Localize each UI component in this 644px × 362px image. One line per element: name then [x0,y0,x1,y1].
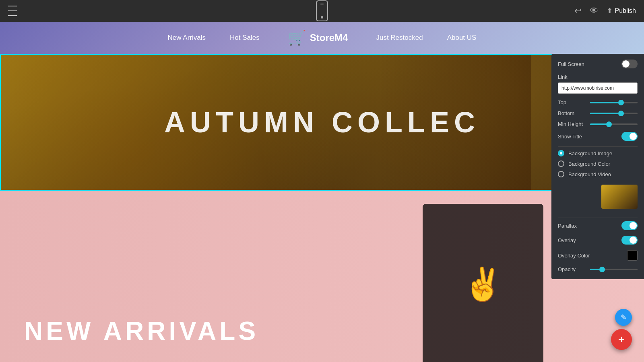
min-height-slider[interactable] [590,123,638,125]
overlay-color-row: Overlay Color [558,250,638,261]
upload-icon: ⬆ [607,6,613,15]
divider-1 [558,146,638,147]
nav-item-just-restocked[interactable]: Just Restocked [364,34,435,42]
opacity-slider-row: Opacity [558,266,638,272]
overlay-color-label: Overlay Color [558,253,590,259]
opacity-slider[interactable] [590,269,638,270]
hamburger-menu[interactable] [8,4,17,17]
bottom-slider[interactable] [590,113,638,114]
parallax-toggle[interactable] [621,221,638,230]
overlay-label: Overlay [558,237,576,243]
nav-item-new-arrivals[interactable]: New Arrivals [156,34,218,42]
publish-label: Publish [615,7,636,14]
link-section: Link [558,74,638,99]
phone-icon[interactable] [316,0,328,21]
min-height-label: Min Height [558,121,586,127]
parallax-row: Parallax [558,221,638,230]
hero-section: AUTUMN COLLEC ⇅ ↓ </> ⚙ 🗑 [0,54,644,191]
show-title-row: Show Title [558,132,638,141]
overlay-color-swatch[interactable] [627,250,638,261]
edit-icon: ✎ [621,313,627,322]
edit-fab[interactable]: ✎ [615,309,632,326]
top-slider-row: Top [558,99,638,105]
nav-item-hot-sales[interactable]: Hot Sales [218,34,272,42]
bg-image-radio[interactable] [558,150,564,156]
device-switcher [316,0,328,21]
settings-panel: Full Screen Link Top Bottom Min Height [551,54,644,279]
nav-item-about-us[interactable]: About US [435,34,489,42]
link-input[interactable] [558,82,638,94]
undo-icon[interactable]: ↩ [574,6,582,16]
show-title-label: Show Title [558,134,582,140]
link-label: Link [558,74,638,80]
hero-title: AUTUMN COLLEC [164,106,480,139]
overlay-toggle[interactable] [621,236,638,245]
full-screen-toggle[interactable] [621,60,638,68]
bg-color-radio[interactable] [558,160,564,167]
parallax-label: Parallax [558,223,577,229]
top-toolbar: ↩ 👁 ⬆ Publish [0,0,644,22]
bg-video-row[interactable]: Background Video [558,171,638,177]
bg-image-label: Background Image [568,150,612,156]
bg-video-radio[interactable] [558,171,564,177]
new-arrivals-section: ✌️ NEW ARRIVALS [0,191,644,362]
top-slider[interactable] [590,102,638,103]
publish-button[interactable]: ⬆ Publish [607,6,636,15]
toolbar-right: ↩ 👁 ⬆ Publish [574,6,636,16]
full-screen-row: Full Screen [558,60,638,68]
bottom-slider-row: Bottom [558,110,638,116]
preview-icon[interactable]: 👁 [590,6,599,16]
bottom-label: Bottom [558,110,586,116]
overlay-row: Overlay [558,236,638,245]
bg-thumbnail[interactable] [601,185,638,209]
add-icon: + [618,333,625,346]
logo-text: StoreM4 [310,32,348,43]
bg-color-label: Background Color [568,161,610,167]
logo-cart-icon: 🛒 [288,29,306,46]
thumbnail-area [558,181,638,214]
add-fab[interactable]: + [611,329,632,350]
new-arrivals-title: NEW ARRIVALS [24,316,259,346]
bg-video-label: Background Video [568,171,611,177]
top-label: Top [558,99,586,105]
bg-color-row[interactable]: Background Color [558,160,638,167]
bg-image-row[interactable]: Background Image [558,150,638,156]
min-height-slider-row: Min Height [558,121,638,127]
divider-2 [558,218,638,218]
opacity-label: Opacity [558,266,586,272]
nav-bar: New Arrivals Hot Sales 🛒 StoreM4 Just Re… [0,22,644,54]
nav-links: New Arrivals Hot Sales 🛒 StoreM4 Just Re… [0,29,644,46]
nav-logo: 🛒 StoreM4 [272,29,364,46]
full-screen-label: Full Screen [558,61,584,67]
show-title-toggle[interactable] [621,132,638,141]
